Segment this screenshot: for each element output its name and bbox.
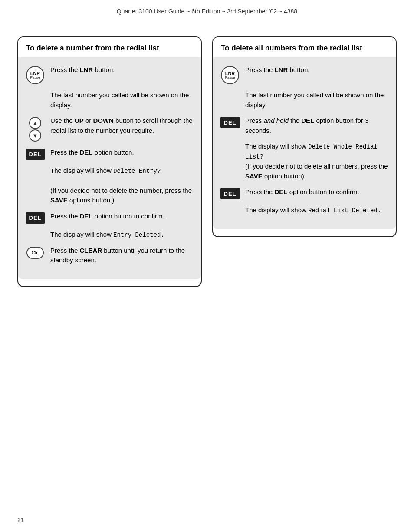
left-section-body: LNR Pause Press the LNR button. The last… [18, 57, 201, 279]
left-step-1-text: Press the LNR button. [50, 65, 194, 75]
left-step-3: ▲ ▼ Use the UP or DOWN button to scroll … [25, 116, 194, 142]
lnr-icon-left-1: LNR Pause [25, 65, 45, 84]
left-step-5-icon [25, 166, 45, 167]
left-step-2-text: The last number you called will be shown… [50, 90, 194, 110]
left-step-4: DEL Press the DEL option button. [25, 148, 194, 160]
right-step-4-icon [220, 142, 240, 142]
down-arrow-icon: ▼ [29, 129, 41, 142]
left-step-6-text: Press the DEL option button to confirm. [50, 211, 194, 221]
left-step-2-icon [25, 90, 45, 91]
left-step-7-text: The display will show Entry Deleted. [50, 230, 194, 240]
right-step-3-text: Press and hold the DEL option button for… [245, 116, 389, 135]
left-step-7-icon [25, 230, 45, 231]
right-step-2-icon [220, 90, 240, 91]
right-step-5-text: Press the DEL option button to confirm. [245, 187, 389, 197]
right-step-4: The display will show Delete Whole Redia… [220, 142, 389, 181]
del-icon-left-2: DEL [25, 211, 45, 224]
left-step-5: The display will show Delete Entry? (If … [25, 166, 194, 205]
right-section-title: To delete all numbers from the redial li… [213, 37, 396, 57]
left-section: To delete a number from the redial list … [17, 36, 202, 287]
right-step-6-icon [220, 205, 240, 206]
right-step-4-text: The display will show Delete Whole Redia… [245, 142, 389, 181]
left-step-8-text: Press the CLEAR button until you return … [50, 246, 194, 265]
page-number: 21 [17, 516, 24, 523]
del-icon-right-1: DEL [220, 116, 240, 128]
page-header: Quartet 3100 User Guide ~ 6th Edition ~ … [0, 0, 414, 19]
right-step-1-text: Press the LNR button. [245, 65, 389, 75]
right-step-1: LNR Pause Press the LNR button. [220, 65, 389, 84]
left-step-3-text: Use the UP or DOWN button to scroll thro… [50, 116, 194, 135]
left-step-7: The display will show Entry Deleted. [25, 230, 194, 240]
del-icon-left-1: DEL [25, 148, 45, 160]
left-step-6: DEL Press the DEL option button to confi… [25, 211, 194, 224]
left-step-8: Clr. Press the CLEAR button until you re… [25, 246, 194, 265]
right-step-5: DEL Press the DEL option button to confi… [220, 187, 389, 199]
left-step-5-text: The display will show Delete Entry? (If … [50, 166, 194, 205]
right-step-3: DEL Press and hold the DEL option button… [220, 116, 389, 135]
lnr-icon-right-1: LNR Pause [220, 65, 240, 84]
up-arrow-icon: ▲ [29, 117, 41, 129]
left-section-title: To delete a number from the redial list [18, 37, 201, 57]
left-step-2: The last number you called will be shown… [25, 90, 194, 110]
updown-icon: ▲ ▼ [25, 116, 45, 142]
right-step-6-text: The display will show Redial List Delete… [245, 205, 389, 215]
left-step-1: LNR Pause Press the LNR button. [25, 65, 194, 84]
del-icon-right-2: DEL [220, 187, 240, 199]
right-section-body: LNR Pause Press the LNR button. The last… [213, 57, 396, 229]
clr-icon: Clr. [25, 246, 45, 259]
right-step-2: The last number you called will be shown… [220, 90, 389, 110]
left-step-4-text: Press the DEL option button. [50, 148, 194, 158]
right-step-2-text: The last number you called will be shown… [245, 90, 389, 110]
right-step-6: The display will show Redial List Delete… [220, 205, 389, 215]
right-section: To delete all numbers from the redial li… [212, 36, 397, 237]
